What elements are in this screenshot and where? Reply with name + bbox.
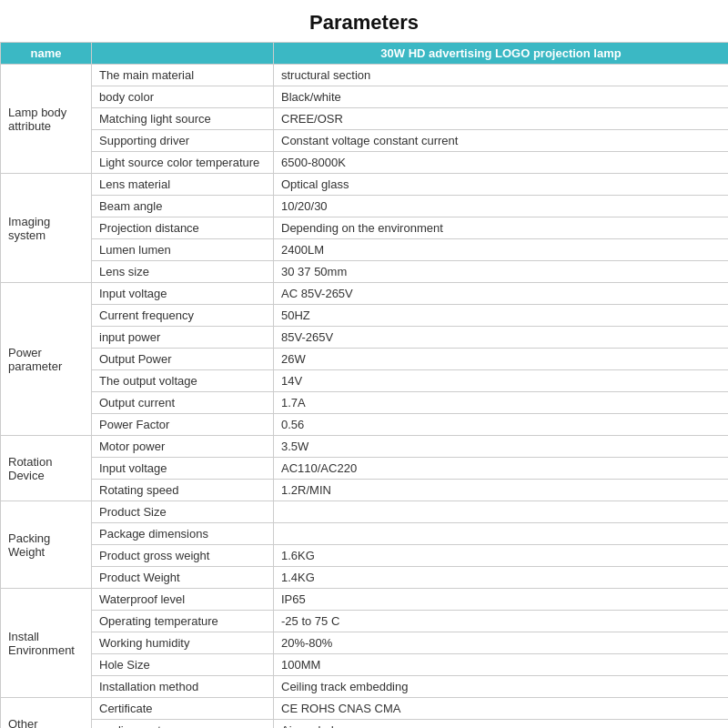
table-row: Beam angle10/20/30 — [1, 196, 729, 217]
name-cell: Output Power — [92, 349, 274, 370]
value-cell — [274, 523, 729, 545]
table-row: Power parameterInput voltageAC 85V-265V — [1, 283, 729, 305]
name-cell: Waterproof level — [92, 589, 274, 611]
table-row: Output Power26W — [1, 349, 729, 370]
table-row: Other PamametersCertificateCE ROHS CNAS … — [1, 698, 729, 720]
name-cell: Lens size — [92, 261, 274, 283]
header-value: 30W HD advertising LOGO projection lamp — [274, 43, 729, 65]
name-cell: Power Factor — [92, 414, 274, 436]
group-cell: Rotation Device — [1, 436, 92, 501]
table-row: Power Factor0.56 — [1, 414, 729, 436]
table-row: Lumen lumen2400LM — [1, 239, 729, 261]
name-cell: Beam angle — [92, 196, 274, 217]
value-cell: 2400LM — [274, 239, 729, 261]
table-row: Supporting driverConstant voltage consta… — [1, 130, 729, 152]
name-cell: Working humidity — [92, 632, 274, 654]
value-cell: 100MM — [274, 654, 729, 676]
name-cell: Operating temperature — [92, 611, 274, 632]
parameters-table: name 30W HD advertising LOGO projection … — [0, 42, 728, 728]
name-cell: Matching light source — [92, 108, 274, 130]
value-cell: 26W — [274, 349, 729, 370]
table-row: body colorBlack/white — [1, 86, 729, 108]
name-cell: Rotating speed — [92, 480, 274, 501]
name-cell: Certificate — [92, 698, 274, 720]
name-cell: The main material — [92, 65, 274, 86]
value-cell: 50HZ — [274, 305, 729, 327]
value-cell: CREE/OSR — [274, 108, 729, 130]
header-group: name — [1, 43, 92, 65]
table-row: Imaging systemLens materialOptical glass — [1, 174, 729, 196]
table-row: Lens size30 37 50mm — [1, 261, 729, 283]
value-cell: 30 37 50mm — [274, 261, 729, 283]
header-name — [92, 43, 274, 65]
name-cell: Output current — [92, 392, 274, 414]
table-row: Projection distanceDepending on the envi… — [1, 217, 729, 239]
table-row: Working humidity20%-80% — [1, 632, 729, 654]
value-cell: Air cooled — [274, 720, 729, 729]
value-cell: 14V — [274, 370, 729, 392]
name-cell: Current frequency — [92, 305, 274, 327]
name-cell: Light source color temperature — [92, 152, 274, 174]
value-cell: 85V-265V — [274, 327, 729, 349]
value-cell: Optical glass — [274, 174, 729, 196]
value-cell: Depending on the environment — [274, 217, 729, 239]
table-row: Rotation DeviceMotor power3.5W — [1, 436, 729, 458]
table-row: Product Weight1.4KG — [1, 567, 729, 589]
name-cell: Lumen lumen — [92, 239, 274, 261]
name-cell: Motor power — [92, 436, 274, 458]
name-cell: Supporting driver — [92, 130, 274, 152]
value-cell: 6500-8000K — [274, 152, 729, 174]
value-cell: 1.4KG — [274, 567, 729, 589]
table-row: Light source color temperature6500-8000K — [1, 152, 729, 174]
name-cell: body color — [92, 86, 274, 108]
table-row: The output voltage14V — [1, 370, 729, 392]
name-cell: Installation method — [92, 676, 274, 698]
table-row: Install EnvironmentWaterproof levelIP65 — [1, 589, 729, 611]
value-cell: Black/white — [274, 86, 729, 108]
table-row: Product gross weight1.6KG — [1, 545, 729, 567]
name-cell: input power — [92, 327, 274, 349]
table-row: Matching light sourceCREE/OSR — [1, 108, 729, 130]
name-cell: Product Size — [92, 501, 274, 523]
group-cell: Imaging system — [1, 174, 92, 283]
value-cell: 1.2R/MIN — [274, 480, 729, 501]
table-row: Output current1.7A — [1, 392, 729, 414]
name-cell: Input voltage — [92, 283, 274, 305]
name-cell: Package dimensions — [92, 523, 274, 545]
value-cell: AC110/AC220 — [274, 458, 729, 480]
name-cell: Projection distance — [92, 217, 274, 239]
group-cell: Lamp body attribute — [1, 65, 92, 174]
value-cell — [274, 501, 729, 523]
table-row: Installation methodCeiling track embeddi… — [1, 676, 729, 698]
value-cell: AC 85V-265V — [274, 283, 729, 305]
value-cell: 3.5W — [274, 436, 729, 458]
value-cell: IP65 — [274, 589, 729, 611]
table-row: Packing WeightProduct Size — [1, 501, 729, 523]
value-cell: -25 to 75 C — [274, 611, 729, 632]
table-header: name 30W HD advertising LOGO projection … — [1, 43, 729, 65]
table-row: Hole Size100MM — [1, 654, 729, 676]
group-cell: Other Pamameters — [1, 698, 92, 729]
value-cell: 20%-80% — [274, 632, 729, 654]
name-cell: cooling system — [92, 720, 274, 729]
table-row: Current frequency50HZ — [1, 305, 729, 327]
name-cell: Hole Size — [92, 654, 274, 676]
group-cell: Install Environment — [1, 589, 92, 698]
table-row: Rotating speed1.2R/MIN — [1, 480, 729, 501]
group-cell: Power parameter — [1, 283, 92, 436]
table-row: Lamp body attributeThe main materialstru… — [1, 65, 729, 86]
table-row: cooling systemAir cooled — [1, 720, 729, 729]
value-cell: 1.7A — [274, 392, 729, 414]
name-cell: The output voltage — [92, 370, 274, 392]
table-row: input power85V-265V — [1, 327, 729, 349]
value-cell: structural section — [274, 65, 729, 86]
value-cell: CE ROHS CNAS CMA — [274, 698, 729, 720]
group-cell: Packing Weight — [1, 501, 92, 589]
value-cell: Ceiling track embedding — [274, 676, 729, 698]
table-row: Package dimensions — [1, 523, 729, 545]
value-cell: Constant voltage constant current — [274, 130, 729, 152]
name-cell: Input voltage — [92, 458, 274, 480]
value-cell: 0.56 — [274, 414, 729, 436]
table-row: Operating temperature-25 to 75 C — [1, 611, 729, 632]
page-title: Parameters — [0, 0, 728, 42]
